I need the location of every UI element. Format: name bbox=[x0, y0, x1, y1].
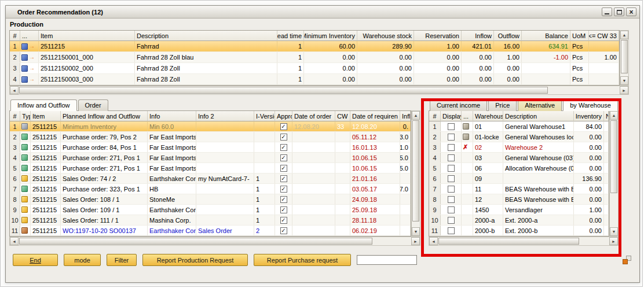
display-checkbox[interactable] bbox=[448, 144, 455, 151]
scroll-up-icon[interactable]: ▲ bbox=[610, 111, 618, 120]
tab-by-warehouse[interactable]: by Warehouse bbox=[563, 99, 618, 111]
col-date-of-order[interactable]: Date of order bbox=[292, 111, 335, 121]
col-reservation[interactable]: Reservation bbox=[414, 31, 462, 41]
end-button[interactable]: End bbox=[13, 254, 58, 266]
inflow-outflow-row[interactable]: 32511215Purchase order: 84, Pos 1Far Eas… bbox=[10, 142, 411, 153]
report-purchase-request-button[interactable]: Report Purchase request bbox=[254, 254, 351, 266]
display-checkbox[interactable] bbox=[448, 196, 455, 203]
scroll-left-icon[interactable]: ◄ bbox=[10, 237, 19, 245]
item-table-row[interactable]: 3→25112150002_000Fahrrad 28 Zoll10.000.0… bbox=[10, 63, 619, 74]
warehouse-row[interactable]: 112000-bExt. 2000-b0.00 bbox=[429, 226, 609, 236]
item-table-hscrollbar[interactable]: ◄ ► bbox=[9, 86, 629, 95]
warehouse-row[interactable]: 812BEAS Warehouse with Bin0.00 bbox=[429, 194, 609, 205]
warehouse-row[interactable]: 102000-aExt. 2000-a0.00 bbox=[429, 215, 609, 226]
warehouse-row[interactable]: 201-lockeGeneral Warehouses locke0.00 bbox=[429, 132, 609, 142]
col-planned[interactable]: Planned Inflow and Outflow bbox=[61, 111, 148, 121]
warehouse-vscrollbar[interactable]: ▲ ▼ bbox=[609, 110, 619, 237]
scrollbar-thumb[interactable] bbox=[19, 87, 548, 94]
scrollbar-thumb[interactable] bbox=[438, 238, 579, 245]
warehouse-row[interactable]: 711BEAS Warehouse with Bin0.00 bbox=[429, 184, 609, 194]
maximize-button[interactable] bbox=[614, 8, 624, 16]
display-checkbox[interactable] bbox=[448, 186, 455, 193]
titlebar[interactable]: Order Recommendation (12) × bbox=[6, 6, 639, 19]
col-display[interactable]: Display bbox=[441, 111, 462, 121]
inflow-outflow-row[interactable]: 82511215Sales Order: 108 / 1StoneMe1✓24.… bbox=[10, 194, 411, 205]
display-checkbox[interactable] bbox=[448, 206, 455, 213]
approved-checkbox[interactable]: ✓ bbox=[280, 186, 287, 193]
display-checkbox[interactable] bbox=[448, 165, 455, 172]
filter-button[interactable]: Filter bbox=[107, 254, 137, 266]
col-item[interactable]: Item bbox=[39, 31, 135, 41]
warehouse-row[interactable]: 101General Warehouse184.00 bbox=[429, 121, 609, 132]
scroll-up-icon[interactable]: ▲ bbox=[620, 31, 628, 39]
scrollbar-track[interactable] bbox=[19, 86, 620, 94]
approved-checkbox[interactable]: ✓ bbox=[280, 217, 287, 224]
approved-checkbox[interactable]: ✓ bbox=[280, 227, 287, 234]
approved-checkbox[interactable]: ✓ bbox=[280, 144, 287, 151]
item-table-row[interactable]: 4→25112150003_000Fahrrad 28 Zoll10.000.0… bbox=[10, 74, 619, 85]
scrollbar-track[interactable] bbox=[610, 120, 618, 227]
inflow-outflow-row[interactable]: 22511215Purchase order: 79, Pos 2Far Eas… bbox=[10, 132, 411, 142]
minimize-button[interactable] bbox=[602, 8, 612, 16]
col-number[interactable]: # bbox=[10, 111, 20, 121]
col-cw[interactable]: CW bbox=[335, 111, 350, 121]
col-dots[interactable]: ... bbox=[462, 111, 473, 121]
warehouse-row[interactable]: 3✗02Warehouse 20.00 bbox=[429, 142, 609, 153]
warehouse-row[interactable]: 506Allocation Warehouse (060.00 bbox=[429, 163, 609, 173]
approved-checkbox[interactable]: ✓ bbox=[280, 165, 287, 172]
col-item[interactable]: Item bbox=[31, 111, 61, 121]
col-info[interactable]: Info bbox=[148, 111, 196, 121]
col-number[interactable]: # bbox=[10, 31, 20, 41]
scrollbar-track[interactable] bbox=[620, 39, 628, 76]
mode-button[interactable]: mode bbox=[64, 254, 101, 266]
col-date-of-requirement[interactable]: Date of requiren bbox=[350, 111, 400, 121]
approved-checkbox[interactable]: ✓ bbox=[280, 154, 287, 161]
scroll-right-icon[interactable]: ► bbox=[411, 237, 420, 245]
col-number[interactable]: # bbox=[429, 111, 441, 121]
scroll-down-icon[interactable]: ▼ bbox=[412, 227, 420, 236]
inflow-outflow-row[interactable]: 72511215Purchase order: 323, Pos 1HB1✓03… bbox=[10, 184, 411, 194]
item-table-vscrollbar[interactable]: ▲ ▼ bbox=[620, 30, 629, 86]
col-description[interactable]: Description bbox=[503, 111, 574, 121]
display-checkbox[interactable] bbox=[448, 154, 455, 161]
warehouse-row[interactable]: 609136.90 bbox=[429, 173, 609, 184]
scrollbar-track[interactable] bbox=[438, 237, 609, 245]
scroll-right-icon[interactable]: ► bbox=[609, 237, 618, 245]
tab-current-income[interactable]: Current income bbox=[430, 99, 487, 111]
inflow-outflow-row[interactable]: 62511215Sales Order: 74 / 2Earthshaker C… bbox=[10, 173, 411, 184]
col-typ[interactable]: Typ bbox=[20, 111, 31, 121]
approved-checkbox[interactable]: ✓ bbox=[280, 196, 287, 203]
col-approved[interactable]: Approved bbox=[275, 111, 292, 121]
report-production-request-button[interactable]: Report Production Request bbox=[142, 254, 248, 266]
col-inventory[interactable]: Inventory bbox=[574, 111, 604, 121]
approved-checkbox[interactable]: ✓ bbox=[280, 123, 287, 130]
col-lead-time[interactable]: Lead time bbox=[277, 31, 304, 41]
col-dots[interactable]: ... bbox=[20, 31, 39, 41]
display-checkbox[interactable] bbox=[448, 217, 455, 224]
col-warehouse-stock[interactable]: Warehouse stock bbox=[357, 31, 414, 41]
inflow-outflow-row[interactable]: 12511215Minimum InventoryMin 60.0✓12.08.… bbox=[10, 121, 411, 132]
scroll-right-icon[interactable]: ► bbox=[620, 86, 628, 94]
warehouse-row[interactable]: 91450Versandlager1.00 bbox=[429, 205, 609, 215]
col-inflow[interactable]: Inflow bbox=[462, 31, 494, 41]
approved-checkbox[interactable]: ✓ bbox=[280, 134, 287, 141]
col-description[interactable]: Description bbox=[135, 31, 277, 41]
col-inflow[interactable]: Inflo bbox=[400, 111, 411, 121]
approved-checkbox[interactable]: ✓ bbox=[280, 175, 287, 182]
warehouse-hscrollbar[interactable]: ◄ ► bbox=[429, 237, 619, 246]
display-checkbox[interactable] bbox=[448, 123, 455, 130]
display-checkbox[interactable] bbox=[448, 227, 455, 234]
scroll-up-icon[interactable]: ▲ bbox=[412, 111, 420, 120]
scroll-left-icon[interactable]: ◄ bbox=[10, 86, 19, 94]
approved-checkbox[interactable]: ✓ bbox=[280, 206, 287, 213]
resize-grip-icon[interactable] bbox=[623, 256, 631, 264]
scroll-left-icon[interactable]: ◄ bbox=[429, 237, 438, 245]
col-uom[interactable]: UoM bbox=[570, 31, 589, 41]
scroll-down-icon[interactable]: ▼ bbox=[610, 227, 618, 236]
inflow-outflow-row[interactable]: 112511215WO:1197-10-20 SO00137Earthshake… bbox=[10, 226, 411, 236]
col-balance[interactable]: Balance bbox=[522, 31, 570, 41]
inflow-outflow-row[interactable]: 42511215Purchase order: 271, Pos 1Far Ea… bbox=[10, 153, 411, 163]
scrollbar-track[interactable] bbox=[412, 120, 420, 227]
tab-price[interactable]: Price bbox=[488, 99, 517, 111]
close-button[interactable]: × bbox=[626, 8, 636, 16]
